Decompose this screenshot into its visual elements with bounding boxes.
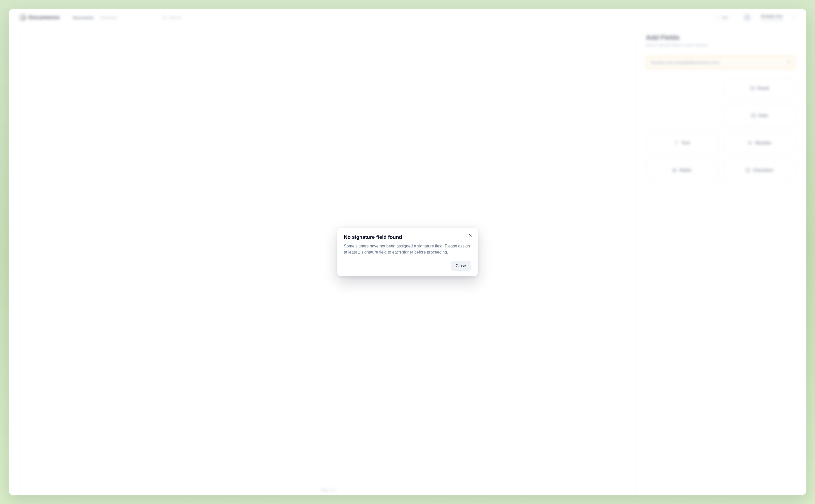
modal-footer: Close — [344, 261, 471, 271]
modal-close-button[interactable]: Close — [451, 261, 471, 271]
modal-title: No signature field found — [344, 234, 471, 240]
modal-body: Some signers have not been assigned a si… — [344, 243, 471, 255]
modal-close-x[interactable] — [467, 232, 473, 238]
app-shell: Documenso Documents Templates Search ☆ S… — [9, 9, 806, 495]
modal-overlay[interactable]: No signature field found Some signers ha… — [9, 9, 806, 495]
no-signature-modal: No signature field found Some signers ha… — [337, 228, 478, 276]
close-icon — [468, 233, 472, 237]
